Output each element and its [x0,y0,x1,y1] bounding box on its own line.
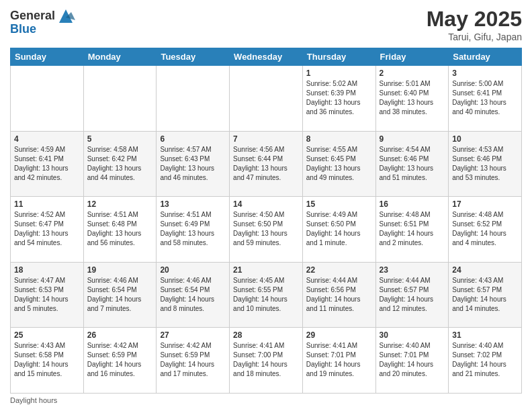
day-number: 2 [380,68,445,78]
table-row: 10Sunrise: 4:53 AM Sunset: 6:46 PM Dayli… [449,131,522,197]
table-row: 3Sunrise: 5:00 AM Sunset: 6:41 PM Daylig… [449,66,522,132]
day-number: 14 [233,199,299,209]
table-row: 17Sunrise: 4:48 AM Sunset: 6:52 PM Dayli… [449,197,522,263]
day-number: 4 [14,134,80,144]
day-number: 25 [14,330,80,340]
day-info: Sunrise: 5:01 AM Sunset: 6:40 PM Dayligh… [380,79,445,117]
day-number: 5 [87,134,153,144]
day-info: Sunrise: 4:47 AM Sunset: 6:53 PM Dayligh… [14,276,80,314]
day-info: Sunrise: 4:56 AM Sunset: 6:44 PM Dayligh… [233,145,299,183]
col-monday: Monday [83,48,157,66]
table-row: 15Sunrise: 4:49 AM Sunset: 6:50 PM Dayli… [302,197,375,263]
day-number: 20 [160,265,226,275]
day-info: Sunrise: 4:58 AM Sunset: 6:42 PM Dayligh… [87,145,153,183]
table-row: 26Sunrise: 4:42 AM Sunset: 6:59 PM Dayli… [83,328,157,394]
table-row [11,66,84,132]
table-row [230,66,303,132]
title-month: May 2025 [427,7,522,32]
day-info: Sunrise: 4:51 AM Sunset: 6:48 PM Dayligh… [87,210,153,248]
day-info: Sunrise: 4:53 AM Sunset: 6:46 PM Dayligh… [452,145,518,183]
logo-blue: Blue [10,23,75,36]
day-info: Sunrise: 4:43 AM Sunset: 6:58 PM Dayligh… [14,341,80,379]
day-info: Sunrise: 4:59 AM Sunset: 6:41 PM Dayligh… [14,145,80,183]
table-row: 8Sunrise: 4:55 AM Sunset: 6:45 PM Daylig… [302,131,375,197]
col-friday: Friday [375,48,449,66]
day-number: 6 [160,134,226,144]
day-number: 28 [233,330,299,340]
day-number: 29 [306,330,372,340]
day-info: Sunrise: 4:51 AM Sunset: 6:49 PM Dayligh… [160,210,226,248]
table-row: 27Sunrise: 4:42 AM Sunset: 6:59 PM Dayli… [157,328,230,394]
day-info: Sunrise: 4:41 AM Sunset: 7:01 PM Dayligh… [306,341,372,379]
table-row: 29Sunrise: 4:41 AM Sunset: 7:01 PM Dayli… [302,328,375,394]
table-row: 28Sunrise: 4:41 AM Sunset: 7:00 PM Dayli… [230,328,303,394]
day-info: Sunrise: 4:55 AM Sunset: 6:45 PM Dayligh… [306,145,372,183]
day-number: 8 [306,134,372,144]
table-row: 18Sunrise: 4:47 AM Sunset: 6:53 PM Dayli… [11,262,84,328]
day-number: 7 [233,134,299,144]
day-number: 3 [452,68,518,78]
day-number: 22 [306,265,372,275]
col-saturday: Saturday [449,48,522,66]
table-row: 1Sunrise: 5:02 AM Sunset: 6:39 PM Daylig… [302,66,375,132]
calendar-header-row: Sunday Monday Tuesday Wednesday Thursday… [11,48,522,66]
day-info: Sunrise: 4:52 AM Sunset: 6:47 PM Dayligh… [14,210,80,248]
table-row: 25Sunrise: 4:43 AM Sunset: 6:58 PM Dayli… [11,328,84,394]
table-row: 2Sunrise: 5:01 AM Sunset: 6:40 PM Daylig… [375,66,449,132]
col-tuesday: Tuesday [157,48,230,66]
table-row: 11Sunrise: 4:52 AM Sunset: 6:47 PM Dayli… [11,197,84,263]
day-info: Sunrise: 4:50 AM Sunset: 6:50 PM Dayligh… [233,210,299,248]
day-number: 10 [452,134,518,144]
table-row [157,66,230,132]
day-info: Sunrise: 4:48 AM Sunset: 6:52 PM Dayligh… [452,210,518,248]
day-info: Sunrise: 4:44 AM Sunset: 6:56 PM Dayligh… [306,276,372,314]
footer-note: Daylight hours [10,396,522,404]
table-row: 30Sunrise: 4:40 AM Sunset: 7:01 PM Dayli… [375,328,449,394]
table-row [83,66,157,132]
day-info: Sunrise: 4:57 AM Sunset: 6:43 PM Dayligh… [160,145,226,183]
day-info: Sunrise: 5:00 AM Sunset: 6:41 PM Dayligh… [452,79,518,117]
day-info: Sunrise: 4:46 AM Sunset: 6:54 PM Dayligh… [160,276,226,314]
day-number: 31 [452,330,518,340]
day-number: 17 [452,199,518,209]
day-info: Sunrise: 4:54 AM Sunset: 6:46 PM Dayligh… [380,145,445,183]
day-number: 23 [380,265,445,275]
table-row: 4Sunrise: 4:59 AM Sunset: 6:41 PM Daylig… [11,131,84,197]
day-info: Sunrise: 4:44 AM Sunset: 6:57 PM Dayligh… [380,276,445,314]
table-row: 22Sunrise: 4:44 AM Sunset: 6:56 PM Dayli… [302,262,375,328]
page: General Blue May 2025 Tarui, Gifu, Japan… [0,0,532,411]
table-row: 16Sunrise: 4:48 AM Sunset: 6:51 PM Dayli… [375,197,449,263]
table-row: 19Sunrise: 4:46 AM Sunset: 6:54 PM Dayli… [83,262,157,328]
table-row: 31Sunrise: 4:40 AM Sunset: 7:02 PM Dayli… [449,328,522,394]
day-number: 19 [87,265,153,275]
header: General Blue May 2025 Tarui, Gifu, Japan [10,7,522,42]
day-info: Sunrise: 4:46 AM Sunset: 6:54 PM Dayligh… [87,276,153,314]
day-info: Sunrise: 4:48 AM Sunset: 6:51 PM Dayligh… [380,210,445,248]
col-wednesday: Wednesday [230,48,303,66]
table-row: 7Sunrise: 4:56 AM Sunset: 6:44 PM Daylig… [230,131,303,197]
day-number: 21 [233,265,299,275]
day-number: 13 [160,199,226,209]
table-row: 23Sunrise: 4:44 AM Sunset: 6:57 PM Dayli… [375,262,449,328]
day-number: 30 [380,330,445,340]
day-number: 9 [380,134,445,144]
col-sunday: Sunday [11,48,84,66]
table-row: 5Sunrise: 4:58 AM Sunset: 6:42 PM Daylig… [83,131,157,197]
table-row: 24Sunrise: 4:43 AM Sunset: 6:57 PM Dayli… [449,262,522,328]
calendar-table: Sunday Monday Tuesday Wednesday Thursday… [10,48,522,394]
table-row: 14Sunrise: 4:50 AM Sunset: 6:50 PM Dayli… [230,197,303,263]
table-row: 21Sunrise: 4:45 AM Sunset: 6:55 PM Dayli… [230,262,303,328]
day-info: Sunrise: 4:43 AM Sunset: 6:57 PM Dayligh… [452,276,518,314]
logo-general: General [10,9,55,23]
title-block: May 2025 Tarui, Gifu, Japan [427,7,522,42]
day-info: Sunrise: 4:41 AM Sunset: 7:00 PM Dayligh… [233,341,299,379]
day-info: Sunrise: 5:02 AM Sunset: 6:39 PM Dayligh… [306,79,372,117]
col-thursday: Thursday [302,48,375,66]
table-row: 6Sunrise: 4:57 AM Sunset: 6:43 PM Daylig… [157,131,230,197]
day-number: 18 [14,265,80,275]
day-info: Sunrise: 4:45 AM Sunset: 6:55 PM Dayligh… [233,276,299,314]
day-number: 16 [380,199,445,209]
title-location: Tarui, Gifu, Japan [427,32,522,42]
day-info: Sunrise: 4:49 AM Sunset: 6:50 PM Dayligh… [306,210,372,248]
day-number: 27 [160,330,226,340]
